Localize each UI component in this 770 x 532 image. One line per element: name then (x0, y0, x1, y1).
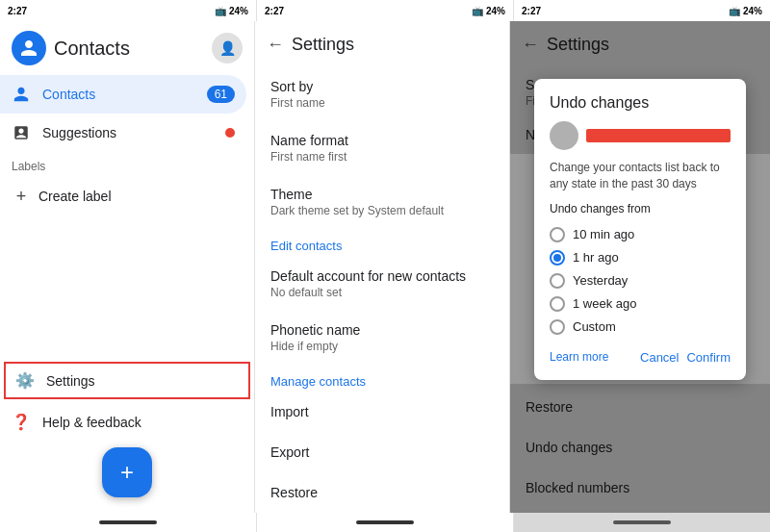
settings-back-button[interactable]: ← (267, 35, 284, 55)
suggestions-nav-icon (12, 123, 31, 142)
radio-1hr[interactable]: 1 hr ago (550, 246, 731, 269)
sort-by-row[interactable]: Sort by First name (255, 67, 509, 121)
status-bar-panel2: 2:27 📺 24% (257, 0, 514, 21)
settings-gear-icon: ⚙️ (15, 371, 35, 390)
radio-circle-10min (550, 227, 565, 242)
default-account-row[interactable]: Default account for new contacts No defa… (255, 257, 509, 311)
suggestions-nav-label: Suggestions (42, 125, 214, 140)
import-label: Import (270, 404, 494, 419)
radio-circle-yesterday (550, 273, 565, 289)
radio-yesterday[interactable]: Yesterday (550, 269, 731, 292)
radio-circle-1week (550, 296, 565, 312)
name-format-row[interactable]: Name format First name first (255, 121, 509, 175)
dialog-overlay: Undo changes Change your contacts list b… (510, 21, 770, 513)
contacts-header: Contacts 👤 (0, 21, 254, 75)
restore-row[interactable]: Restore (255, 473, 509, 513)
theme-value: Dark theme set by System default (270, 204, 494, 217)
restore-label: Restore (270, 485, 494, 500)
help-icon: ❓ (12, 413, 31, 431)
settings-header: ← Settings (255, 21, 509, 67)
user-avatar[interactable]: 👤 (212, 33, 243, 63)
suggestions-dot (225, 128, 235, 138)
dialog-actions: Learn more Cancel Confirm (550, 350, 731, 365)
fab-plus-icon: + (120, 459, 134, 486)
radio-circle-1hr (550, 250, 565, 266)
radio-label-10min: 10 min ago (573, 227, 634, 241)
time-2: 2:27 (265, 6, 284, 16)
undo-changes-dialog: Undo changes Change your contacts list b… (534, 79, 746, 380)
settings-nav-item[interactable]: ⚙️ Settings (4, 362, 250, 399)
radio-1week[interactable]: 1 week ago (550, 292, 731, 316)
dialog-user-avatar (550, 121, 578, 150)
undo-dialog-panel: ← Settings Sort by First name Name forma… (510, 21, 770, 513)
manage-contacts-heading: Manage contacts (255, 365, 509, 393)
dialog-description: Change your contacts list back to any st… (550, 160, 731, 192)
theme-row[interactable]: Theme Dark theme set by System default (255, 175, 509, 229)
contacts-nav-icon (12, 85, 31, 104)
edit-contacts-heading: Edit contacts (255, 229, 509, 257)
phonetic-name-row[interactable]: Phonetic name Hide if empty (255, 311, 509, 365)
status-bar-panel3: 2:27 📺 24% (514, 0, 770, 21)
status-bar-panel1: 2:27 📺 24% (0, 0, 257, 21)
main-panels: Contacts 👤 Contacts 61 Suggestions Label… (0, 21, 770, 513)
settings-nav-label: Settings (46, 373, 95, 389)
radio-label-1hr: 1 hr ago (573, 250, 619, 265)
export-label: Export (270, 444, 494, 460)
dialog-undo-from-label: Undo changes from (550, 202, 731, 215)
dialog-user-row (550, 121, 731, 150)
plus-icon: + (12, 187, 31, 206)
radio-inner-1hr (553, 254, 561, 262)
help-feedback-item[interactable]: ❓ Help & feedback (0, 403, 254, 441)
contacts-panel: Contacts 👤 Contacts 61 Suggestions Label… (0, 21, 255, 513)
radio-label-custom: Custom (573, 319, 616, 334)
labels-section: Labels (0, 152, 254, 177)
confirm-button[interactable]: Confirm (686, 350, 731, 365)
contacts-nav-label: Contacts (42, 87, 195, 102)
contacts-badge: 61 (207, 86, 235, 103)
settings-panel: ← Settings Sort by First name Name forma… (255, 21, 510, 513)
nav-item-contacts[interactable]: Contacts 61 (0, 75, 246, 114)
theme-label: Theme (270, 187, 494, 202)
cancel-button[interactable]: Cancel (640, 350, 679, 365)
radio-label-1week: 1 week ago (573, 296, 637, 311)
contacts-logo (12, 31, 46, 65)
sort-by-label: Sort by (270, 79, 494, 94)
bottom-bar-2 (356, 520, 414, 524)
status-bars: 2:27 📺 24% 2:27 📺 24% 2:27 📺 24% (0, 0, 770, 21)
panel3-background: ← Settings Sort by First name Name forma… (510, 21, 770, 513)
phonetic-name-label: Phonetic name (270, 322, 494, 338)
dialog-title: Undo changes (550, 94, 731, 112)
radio-label-yesterday: Yesterday (573, 273, 628, 288)
create-label-text: Create label (38, 189, 112, 204)
fab-add-button[interactable]: + (102, 447, 152, 497)
default-account-value: No default set (270, 286, 494, 299)
export-row[interactable]: Export (255, 433, 509, 473)
settings-title: Settings (292, 35, 354, 55)
radio-circle-custom (550, 319, 565, 335)
time-1: 2:27 (8, 6, 27, 16)
radio-10min[interactable]: 10 min ago (550, 223, 731, 246)
battery-1: 📺 24% (215, 6, 248, 16)
name-format-value: First name first (270, 150, 494, 164)
contacts-title: Contacts (54, 38, 204, 60)
tv-icon-3: 📺 (729, 6, 740, 16)
battery-3: 📺 24% (729, 6, 762, 16)
phonetic-name-value: Hide if empty (270, 340, 494, 353)
create-label-button[interactable]: + Create label (0, 177, 254, 215)
battery-2: 📺 24% (472, 6, 505, 16)
time-3: 2:27 (522, 6, 541, 16)
bottom-bar-1 (99, 520, 157, 524)
dialog-user-name-bar (586, 129, 731, 142)
bottom-bar-3 (613, 520, 671, 524)
learn-more-link[interactable]: Learn more (550, 350, 632, 364)
tv-icon-2: 📺 (472, 6, 483, 16)
import-row[interactable]: Import (255, 393, 509, 433)
nav-item-suggestions[interactable]: Suggestions (0, 114, 246, 152)
help-feedback-label: Help & feedback (42, 415, 141, 430)
name-format-label: Name format (270, 133, 494, 148)
tv-icon: 📺 (215, 6, 226, 16)
default-account-label: Default account for new contacts (270, 268, 494, 284)
sort-by-value: First name (270, 96, 494, 110)
radio-custom[interactable]: Custom (550, 316, 731, 339)
